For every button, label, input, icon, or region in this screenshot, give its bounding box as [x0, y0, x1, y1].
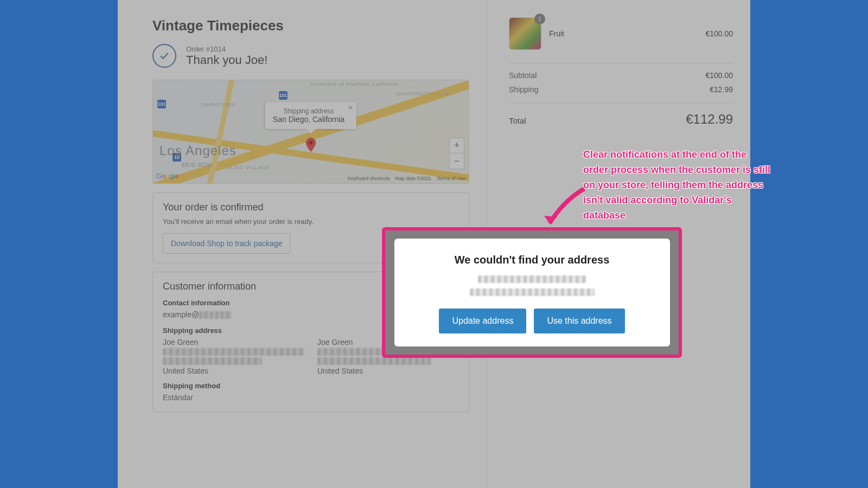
map-attribution: Keyboard shortcuts Map data ©2021 Terms …	[348, 176, 465, 181]
subtotal-label: Subtotal	[509, 71, 537, 80]
redacted-line	[317, 357, 431, 365]
shipping-method-heading: Shipping method	[163, 382, 304, 390]
confirmed-heading: Your order is confirmed	[163, 202, 459, 213]
annotation-text: Clear notifications at the end of the or…	[583, 147, 773, 223]
billing-country: United States	[317, 367, 459, 375]
highway-shield: 101	[279, 91, 288, 100]
popup-location: San Diego, California	[273, 115, 344, 124]
total-value: €112.99	[686, 112, 733, 127]
zoom-in-button[interactable]: +	[450, 138, 464, 153]
shipping-value: €12.99	[710, 85, 733, 94]
map-city-label: Los Angeles	[159, 143, 237, 158]
close-icon[interactable]: ✕	[348, 104, 353, 112]
cart-line-item: 1 Fruit €100.00	[509, 17, 733, 63]
zoom-out-button[interactable]: −	[450, 153, 464, 169]
modal-title: We couldn't find your address	[407, 254, 657, 266]
order-number: Order #1014	[186, 45, 267, 53]
thank-you-message: Thank you Joe!	[186, 53, 267, 67]
product-name: Fruit	[549, 29, 698, 38]
total-label: Total	[509, 116, 526, 125]
map-pin-icon	[305, 138, 316, 154]
shipping-map[interactable]: 101 10 101 CHINATOWN UNIVERSITY HILLS AL…	[152, 80, 469, 184]
address-validation-callout: We couldn't find your address Update add…	[382, 227, 682, 358]
svg-marker-1	[544, 216, 557, 223]
subtotal-value: €100.00	[705, 71, 733, 80]
map-address-popup: ✕ Shipping address San Diego, California	[265, 102, 356, 129]
product-price: €100.00	[705, 29, 733, 38]
quantity-badge: 1	[534, 14, 545, 24]
shipping-method-value: Estándar	[163, 393, 304, 402]
address-modal: We couldn't find your address Update add…	[394, 239, 670, 346]
update-address-button[interactable]: Update address	[439, 309, 526, 333]
download-shop-button[interactable]: Download Shop to track package	[163, 233, 290, 254]
map-district-label: SKID ROW	[181, 162, 213, 168]
google-logo: Google	[156, 172, 179, 180]
shipping-name: Joe Green	[163, 338, 304, 346]
shipping-label: Shipping	[509, 85, 539, 94]
use-this-address-button[interactable]: Use this address	[534, 309, 624, 333]
redacted-line	[163, 348, 304, 356]
modal-address-redacted	[407, 274, 657, 298]
map-zoom-controls[interactable]: + −	[449, 138, 464, 169]
redacted-line	[163, 357, 262, 365]
store-name: Vintage Timepieces	[152, 17, 469, 34]
checkmark-icon	[152, 44, 176, 68]
shipping-country: United States	[163, 367, 304, 375]
shipping-address-heading: Shipping address	[163, 326, 304, 335]
checkout-page: Vintage Timepieces Order #1014 Thank you…	[118, 0, 750, 488]
svg-point-0	[309, 141, 313, 145]
popup-label: Shipping address	[273, 107, 344, 115]
product-thumbnail: 1	[509, 17, 541, 50]
confirmed-subtext: You'll receive an email when your order …	[163, 217, 459, 226]
highway-shield: 101	[157, 100, 166, 108]
